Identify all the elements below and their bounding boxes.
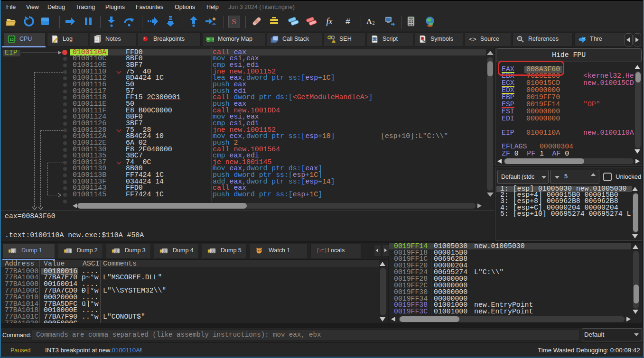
svg-text:#: # [345, 17, 350, 26]
svg-text:2: 2 [373, 20, 375, 26]
svg-text:!: ! [333, 39, 334, 43]
svg-text:<>: <> [373, 38, 376, 41]
svg-text:A: A [367, 18, 372, 25]
svg-text:fx: fx [327, 17, 333, 26]
svg-text:32: 32 [9, 37, 14, 42]
svg-text:<>: <> [469, 36, 476, 43]
svg-text:=]: =] [321, 248, 327, 254]
svg-text:S: S [232, 17, 236, 26]
